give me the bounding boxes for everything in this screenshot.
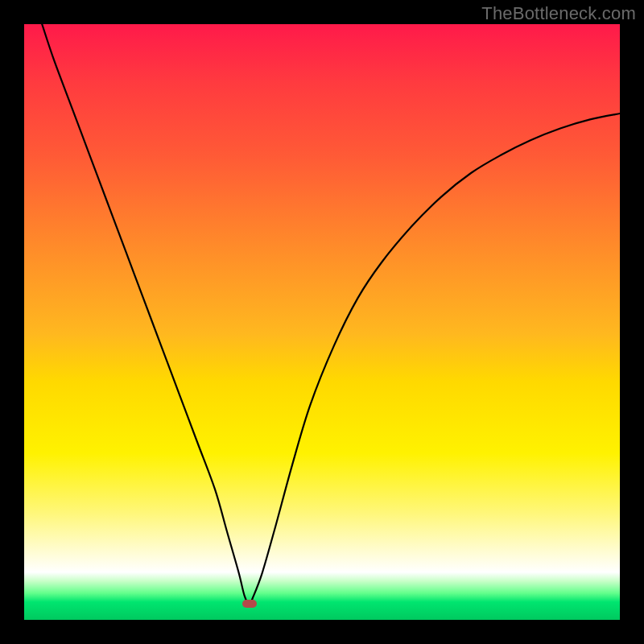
- watermark-text: TheBottleneck.com: [481, 3, 636, 24]
- bottleneck-curve: [24, 24, 620, 620]
- plot-area: [24, 24, 620, 620]
- chart-frame: TheBottleneck.com: [0, 0, 644, 644]
- optimal-point-marker: [242, 600, 257, 608]
